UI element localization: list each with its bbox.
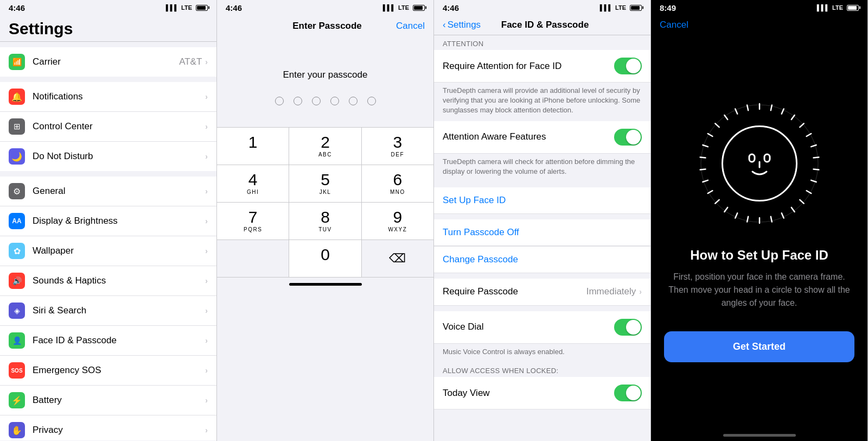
emergency-sos-chevron: › <box>205 366 208 375</box>
passcode-prompt: Enter your passcode <box>217 70 433 80</box>
key-8[interactable]: 8 TUV <box>289 203 361 240</box>
battery-icon-3 <box>630 5 642 11</box>
settings-item-privacy[interactable]: ✋ Privacy › <box>0 415 216 440</box>
battery-icon-2 <box>413 5 425 11</box>
change-passcode-link[interactable]: Change Passcode <box>434 246 650 273</box>
require-passcode-row[interactable]: Require Passcode Immediately › <box>434 279 650 306</box>
require-attention-row: Require Attention for Face ID <box>434 50 650 83</box>
today-view-row: Today View <box>434 377 650 410</box>
signal-icon-3: ▌▌▌ <box>600 4 612 11</box>
key-0[interactable]: 0 <box>289 240 361 277</box>
control-center-icon: ⊞ <box>9 118 25 135</box>
settings-item-wallpaper[interactable]: ✿ Wallpaper › <box>0 236 216 266</box>
status-icons-4: ▌▌▌ LTE <box>817 4 859 11</box>
do-not-disturb-label: Do Not Disturb <box>33 151 205 162</box>
svg-line-20 <box>715 200 719 204</box>
dot-4 <box>330 97 339 105</box>
settings-item-sounds-haptics[interactable]: 🔊 Sounds & Haptics › <box>0 266 216 296</box>
svg-line-13 <box>791 207 794 212</box>
turn-passcode-off-link[interactable]: Turn Passcode Off <box>434 219 650 246</box>
settings-item-carrier[interactable]: 📶 Carrier AT&T › <box>0 47 216 77</box>
key-2[interactable]: 2 ABC <box>289 128 361 165</box>
cancel-button[interactable]: Cancel <box>396 21 425 32</box>
voice-dial-desc: Music Voice Control is always enabled. <box>434 344 650 362</box>
allow-access-header: ALLOW ACCESS WHEN LOCKED: <box>434 362 650 377</box>
privacy-icon: ✋ <box>9 422 25 438</box>
require-attention-toggle[interactable] <box>614 58 642 74</box>
status-time-4: 8:49 <box>660 3 676 12</box>
require-passcode-chevron: › <box>639 287 642 296</box>
settings-item-notifications[interactable]: 🔔 Notifications › <box>0 82 216 112</box>
settings-header: Settings <box>0 15 216 42</box>
key-1[interactable]: 1 <box>217 128 289 165</box>
key-7[interactable]: 7 PQRS <box>217 203 289 240</box>
general-label: General <box>33 186 205 197</box>
setup-cancel-button[interactable]: Cancel <box>660 20 688 30</box>
battery-chevron: › <box>205 396 208 405</box>
sounds-haptics-label: Sounds & Haptics <box>33 275 205 286</box>
status-bar-3: 4:46 ▌▌▌ LTE <box>434 0 650 15</box>
setup-panel: 8:49 ▌▌▌ LTE Cancel <box>651 0 868 441</box>
faceid-nav: ‹ Settings Face ID & Passcode <box>434 15 650 35</box>
svg-line-19 <box>724 207 727 212</box>
settings-item-display-brightness[interactable]: AA Display & Brightness › <box>0 206 216 236</box>
svg-line-27 <box>715 123 719 127</box>
do-not-disturb-chevron: › <box>205 152 208 161</box>
svg-line-23 <box>700 169 705 169</box>
back-button[interactable]: ‹ Settings <box>443 20 481 30</box>
key-3[interactable]: 3 DEF <box>362 128 433 165</box>
settings-item-emergency-sos[interactable]: SOS Emergency SOS › <box>0 356 216 386</box>
display-brightness-icon: AA <box>9 213 25 229</box>
passcode-title: Enter Passcode <box>258 21 396 32</box>
status-bar-2: 4:46 ▌▌▌ LTE <box>217 0 433 15</box>
require-attention-desc: TrueDepth camera will provide an additio… <box>434 83 650 121</box>
settings-item-general[interactable]: ⚙ General › <box>0 177 216 206</box>
settings-item-do-not-disturb[interactable]: 🌙 Do Not Disturb › <box>0 142 216 171</box>
carrier-label: Carrier <box>33 56 179 67</box>
settings-item-control-center[interactable]: ⊞ Control Center › <box>0 112 216 142</box>
faceid-content: ATTENTION Require Attention for Face ID … <box>434 35 650 436</box>
settings-item-battery[interactable]: ⚡ Battery › <box>0 386 216 415</box>
setup-face-id-link[interactable]: Set Up Face ID <box>434 187 650 214</box>
key-4[interactable]: 4 GHI <box>217 165 289 202</box>
siri-search-chevron: › <box>205 306 208 315</box>
settings-item-siri-search[interactable]: ◈ Siri & Search › <box>0 296 216 326</box>
back-chevron-icon: ‹ <box>443 20 446 30</box>
voice-dial-toggle[interactable] <box>614 319 642 336</box>
get-started-button[interactable]: Get Started <box>664 331 854 362</box>
battery-settings-icon: ⚡ <box>9 392 25 408</box>
display-brightness-chevron: › <box>205 217 208 225</box>
key-5[interactable]: 5 JKL <box>289 165 361 202</box>
svg-rect-31 <box>749 154 755 162</box>
require-passcode-value: Immediately <box>586 286 636 297</box>
key-6[interactable]: 6 MNO <box>362 165 433 202</box>
dot-2 <box>293 97 302 105</box>
notifications-label: Notifications <box>33 91 205 102</box>
battery-fill-1 <box>197 6 206 10</box>
status-time-2: 4:46 <box>226 3 242 12</box>
passcode-dots <box>217 97 433 105</box>
today-view-toggle[interactable] <box>614 385 642 401</box>
svg-line-8 <box>813 158 819 158</box>
status-icons-3: ▌▌▌ LTE <box>600 4 642 11</box>
svg-line-9 <box>813 169 819 169</box>
privacy-chevron: › <box>205 426 208 434</box>
key-9[interactable]: 9 WXYZ <box>362 203 433 240</box>
require-passcode-label: Require Passcode <box>443 286 586 297</box>
settings-list: 📶 Carrier AT&T › 🔔 Notifications › ⊞ <box>0 42 216 440</box>
signal-icon-2: ▌▌▌ <box>383 4 395 11</box>
battery-fill-4 <box>848 6 857 10</box>
voice-dial-label: Voice Dial <box>443 322 614 332</box>
control-center-chevron: › <box>205 122 208 131</box>
dot-3 <box>312 97 321 105</box>
key-empty <box>217 240 289 277</box>
settings-item-face-id-passcode[interactable]: 👤 Face ID & Passcode › <box>0 326 216 356</box>
attention-aware-toggle[interactable] <box>614 129 642 146</box>
passcode-panel: 4:46 ▌▌▌ LTE Enter Passcode Cancel Enter… <box>217 0 434 441</box>
separator-4 <box>434 306 650 311</box>
emergency-sos-icon: SOS <box>9 362 25 379</box>
notifications-icon: 🔔 <box>9 89 25 105</box>
delete-key[interactable]: ⌫ <box>362 240 433 277</box>
dot-1 <box>275 97 284 105</box>
separator-2 <box>434 214 650 219</box>
